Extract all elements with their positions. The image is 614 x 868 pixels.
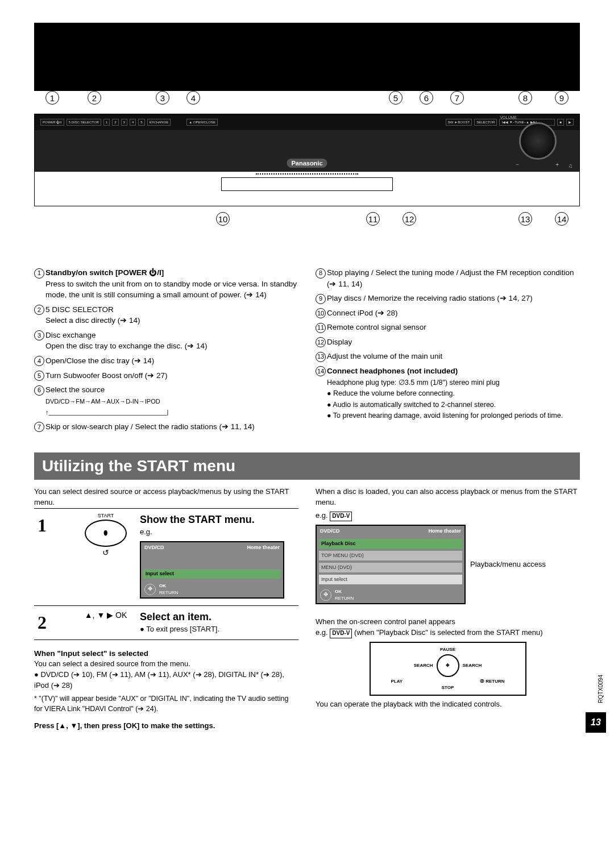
btn-exchange: EXCHANGE (147, 119, 171, 126)
nav-keys-icon: ▲, ▼ ▶ OK (85, 610, 127, 620)
callout-10: 10 (216, 212, 230, 226)
refnum: 3 (34, 330, 44, 340)
menu-row: MENU (DVD) (319, 563, 462, 572)
callout-8: 8 (518, 91, 532, 105)
header-blackbar (34, 23, 580, 91)
device-front: POWER ⏻/I 5 DISC SELECTOR 1 2 3 4 5 EXCH… (34, 114, 580, 172)
callout-11: 11 (366, 212, 380, 226)
cp-stop: STOP (374, 684, 522, 691)
dvd-v-tag-2: DVD-V (330, 629, 352, 638)
menu-hdr-l: DVD/CD (144, 544, 164, 551)
cp-search-r: SEARCH (463, 662, 482, 669)
btn-selector: SELECTOR (474, 119, 497, 126)
menu-hdr-r: Home theater (428, 528, 461, 535)
foot-return: RETURN (159, 590, 178, 595)
foot-return: RETURN (335, 596, 354, 601)
btn-stop: ■ (557, 119, 564, 126)
ref-text: Play discs / Memorize the receiving radi… (327, 293, 580, 304)
refnum: 12 (316, 337, 326, 347)
menu-row: Playback Disc (319, 539, 462, 549)
reference-list: 1Standby/on switch [POWER ⏻/I]Press to s… (34, 267, 580, 435)
onscreen-control-panel: PAUSE SEARCH ✥ SEARCH PLAY ⦿ RETURN STOP (370, 642, 526, 696)
brand-badge: Panasonic (287, 159, 327, 168)
ok-icon: ✥ (144, 584, 156, 595)
cp-return: RETURN (486, 679, 504, 684)
ref-text: Press to switch the unit from on to stan… (45, 280, 297, 300)
menu-row: Input select (319, 575, 462, 584)
phones-icon: ♫ (569, 163, 573, 169)
btn-play: ▶ (566, 119, 574, 126)
callout-2: 2 (88, 91, 101, 105)
refnum: 11 (316, 323, 326, 333)
step-title: Select an item. (140, 609, 298, 624)
step-2-icon: ▲, ▼ ▶ OK (72, 609, 140, 621)
callout-13: 13 (518, 212, 532, 226)
lbl-minus: − (516, 161, 519, 168)
ref-col-right: 8Stop playing / Select the tuning mode /… (316, 267, 580, 435)
start-intro: You can select desired source or access … (34, 487, 298, 508)
btn-openclose: ▲ OPEN/CLOSE (186, 119, 218, 126)
lbl-disc-sel: 5 DISC SELECTOR (67, 119, 101, 126)
refnum: 4 (34, 356, 44, 366)
playback-menu-label: Playback/menu access (470, 559, 546, 570)
menu-row: TOP MENU (DVD) (319, 551, 462, 560)
disc-5: 5 (138, 119, 144, 126)
start-right-col: When a disc is loaded, you can also acce… (316, 487, 580, 731)
start-menu-example-1: DVD/CDHome theater Input select ✥ OKRETU… (140, 541, 284, 599)
ref-text: Display (327, 337, 580, 348)
press-note: Press [▲, ▼], then press [OK] to make th… (34, 721, 215, 730)
section-title-bar: Utilizing the START menu (34, 452, 580, 480)
refnum: 9 (316, 294, 326, 304)
lbl-plus: + (555, 161, 559, 168)
right-intro: When a disc is loaded, you can also acce… (316, 487, 580, 508)
btn-power: POWER ⏻/I (40, 119, 64, 126)
ref-text: Open/Close the disc tray (➔ 14) (45, 355, 298, 367)
ref-bold: Connect headphones (not included) (327, 367, 458, 375)
cp-search-l: SEARCH (414, 662, 433, 669)
ref-text: Connect iPod (➔ 28) (327, 308, 580, 319)
ref-text: Remote control signal sensor (327, 322, 580, 333)
step-number: 2 (34, 609, 72, 636)
callout-12: 12 (403, 212, 416, 226)
disc-1: 1 (103, 119, 110, 126)
panel-eg: e.g. (316, 628, 328, 637)
disc-3: 3 (121, 119, 127, 126)
ref-text: Adjust the volume of the main unit (327, 351, 580, 362)
page-body: ✎ Control reference guide / Utilizing th… (0, 91, 614, 754)
step-eg: e.g. (140, 527, 298, 538)
when-input-b1: ● DVD/CD (➔ 10), FM (➔ 11), AM (➔ 11), A… (34, 670, 298, 691)
menu-hdr-l: DVD/CD (320, 528, 340, 535)
refnum: 14 (316, 366, 326, 376)
icon-label: START (72, 512, 140, 520)
refnum: 10 (316, 308, 326, 318)
disc-2: 2 (112, 119, 118, 126)
callout-6: 6 (420, 91, 433, 105)
callout-9: 9 (555, 91, 569, 105)
step-number: 1 (34, 512, 72, 538)
disc-tray (221, 177, 393, 191)
ref-bold: Standby/on switch [POWER ⏻/I] (45, 268, 164, 277)
refnum: 2 (34, 305, 44, 315)
step-note: ● To exit press [START]. (140, 624, 298, 635)
refnum: 7 (34, 422, 44, 432)
step-2: 2 ▲, ▼ ▶ OK Select an item. ● To exit pr… (34, 606, 298, 639)
step-1: 1 START ⬮ ↺ Show the START menu. e.g. DV… (34, 508, 298, 606)
refnum: 6 (34, 385, 44, 396)
callout-14: 14 (555, 212, 569, 226)
callout-1: 1 (45, 91, 59, 105)
when-input-b2: * "(TV)" will appear beside "AUX" or "DI… (34, 693, 298, 714)
cp-dial-icon: ✥ (437, 654, 459, 677)
volume-knob (519, 122, 557, 160)
right-eg: e.g. (316, 511, 328, 520)
ref-text: Turn Subwoofer Boost on/off (➔ 27) (45, 370, 298, 381)
ref-text: Disc exchange Open the disc tray to exch… (45, 330, 298, 352)
page-number: 13 (586, 712, 606, 733)
panel-eg-tail: (when "Playback Disc" is selected from t… (354, 628, 542, 637)
disc-4: 4 (130, 119, 136, 126)
ref-text: Stop playing / Select the tuning mode / … (327, 267, 580, 289)
device-lower (34, 171, 580, 206)
ref-text: Skip or slow-search play / Select the ra… (45, 421, 298, 433)
foot-ok: OK (335, 589, 342, 594)
refnum: 5 (34, 371, 44, 381)
callout-5: 5 (389, 91, 403, 105)
